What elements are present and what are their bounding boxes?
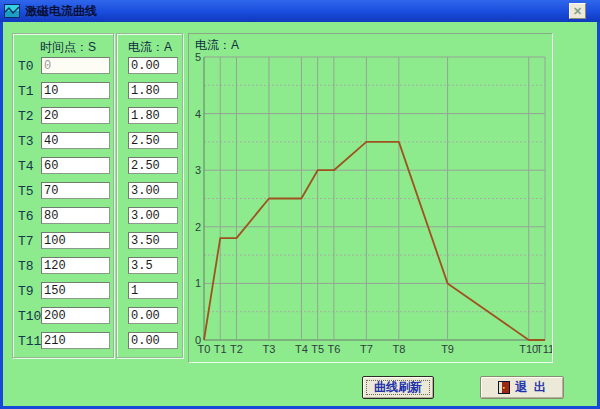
row-label-t0: T0 bbox=[18, 59, 34, 74]
window-title: 激磁电流曲线 bbox=[25, 3, 97, 20]
exit-label: 退 出 bbox=[515, 379, 546, 396]
time-input-t3[interactable] bbox=[41, 132, 110, 149]
time-input-t5[interactable] bbox=[41, 182, 110, 199]
client-area: 时间点：S T0 T1 T2 T3 T4 T5 bbox=[3, 22, 597, 406]
current-input-t11[interactable] bbox=[128, 332, 178, 349]
time-input-t10[interactable] bbox=[41, 307, 110, 324]
svg-text:T9: T9 bbox=[441, 343, 454, 355]
table-row bbox=[117, 282, 182, 299]
svg-text:3: 3 bbox=[195, 164, 201, 176]
table-row: T5 bbox=[13, 182, 113, 199]
table-row: T1 bbox=[13, 82, 113, 99]
current-input-t1[interactable] bbox=[128, 82, 178, 99]
svg-text:4: 4 bbox=[195, 108, 201, 120]
table-row: T2 bbox=[13, 107, 113, 124]
chart-panel: 电流：A 012345T0T1T2T3T4T5T6T7T8T9T10T11 bbox=[188, 33, 553, 363]
time-input-t7[interactable] bbox=[41, 232, 110, 249]
table-row: T11 bbox=[13, 332, 113, 349]
row-label-t6: T6 bbox=[18, 209, 34, 224]
svg-text:2: 2 bbox=[195, 221, 201, 233]
svg-text:T4: T4 bbox=[295, 343, 308, 355]
time-input-t6[interactable] bbox=[41, 207, 110, 224]
table-row bbox=[117, 232, 182, 249]
current-input-t10[interactable] bbox=[128, 307, 178, 324]
current-input-t9[interactable] bbox=[128, 282, 178, 299]
table-row: T7 bbox=[13, 232, 113, 249]
title-bar: 激磁电流曲线 ✕ bbox=[0, 0, 600, 22]
current-input-t0[interactable] bbox=[128, 57, 178, 74]
svg-text:T11: T11 bbox=[536, 343, 552, 355]
refresh-curve-label: 曲线刷新 bbox=[374, 379, 422, 396]
current-input-t5[interactable] bbox=[128, 182, 178, 199]
table-row bbox=[117, 107, 182, 124]
current-input-t6[interactable] bbox=[128, 207, 178, 224]
table-row bbox=[117, 182, 182, 199]
current-input-t7[interactable] bbox=[128, 232, 178, 249]
svg-text:5: 5 bbox=[195, 51, 201, 63]
table-row: T8 bbox=[13, 257, 113, 274]
row-label-t7: T7 bbox=[18, 234, 34, 249]
current-panel-header: 电流：A bbox=[128, 39, 172, 56]
row-label-t5: T5 bbox=[18, 184, 34, 199]
table-row: T4 bbox=[13, 157, 113, 174]
row-label-t8: T8 bbox=[18, 259, 34, 274]
exit-door-icon bbox=[498, 381, 510, 394]
svg-text:T6: T6 bbox=[327, 343, 340, 355]
time-input-t0 bbox=[41, 57, 110, 74]
current-curve-chart: 012345T0T1T2T3T4T5T6T7T8T9T10T11 bbox=[189, 34, 552, 362]
app-window: 激磁电流曲线 ✕ 时间点：S T0 T1 T2 T3 T4 bbox=[0, 0, 600, 409]
time-input-t1[interactable] bbox=[41, 82, 110, 99]
svg-text:T1: T1 bbox=[214, 343, 227, 355]
svg-text:T5: T5 bbox=[311, 343, 324, 355]
app-icon bbox=[4, 3, 20, 19]
table-row bbox=[117, 157, 182, 174]
refresh-curve-button[interactable]: 曲线刷新 bbox=[362, 376, 434, 399]
current-input-t8[interactable] bbox=[128, 257, 178, 274]
svg-text:1: 1 bbox=[195, 277, 201, 289]
table-row: T9 bbox=[13, 282, 113, 299]
exit-button[interactable]: 退 出 bbox=[480, 376, 564, 399]
row-label-t1: T1 bbox=[18, 84, 34, 99]
time-input-t9[interactable] bbox=[41, 282, 110, 299]
time-input-t4[interactable] bbox=[41, 157, 110, 174]
close-button[interactable]: ✕ bbox=[569, 3, 586, 19]
table-row bbox=[117, 57, 182, 74]
time-input-t8[interactable] bbox=[41, 257, 110, 274]
close-icon: ✕ bbox=[573, 5, 582, 17]
svg-text:T3: T3 bbox=[263, 343, 276, 355]
table-row bbox=[117, 307, 182, 324]
svg-text:T7: T7 bbox=[360, 343, 373, 355]
time-panel: 时间点：S T0 T1 T2 T3 T4 T5 bbox=[12, 33, 114, 358]
current-panel: 电流：A bbox=[116, 33, 183, 358]
svg-text:T2: T2 bbox=[230, 343, 243, 355]
time-input-t11[interactable] bbox=[41, 332, 110, 349]
row-label-t10: T10 bbox=[18, 309, 41, 324]
current-input-t4[interactable] bbox=[128, 157, 178, 174]
svg-text:T8: T8 bbox=[392, 343, 405, 355]
table-row bbox=[117, 332, 182, 349]
table-row bbox=[117, 257, 182, 274]
table-row: T6 bbox=[13, 207, 113, 224]
time-input-t2[interactable] bbox=[41, 107, 110, 124]
row-label-t4: T4 bbox=[18, 159, 34, 174]
row-label-t11: T11 bbox=[18, 334, 41, 349]
table-row bbox=[117, 207, 182, 224]
table-row bbox=[117, 82, 182, 99]
table-row: T3 bbox=[13, 132, 113, 149]
table-row: T10 bbox=[13, 307, 113, 324]
current-input-t2[interactable] bbox=[128, 107, 178, 124]
table-row: T0 bbox=[13, 57, 113, 74]
current-input-t3[interactable] bbox=[128, 132, 178, 149]
row-label-t2: T2 bbox=[18, 109, 34, 124]
table-row bbox=[117, 132, 182, 149]
time-panel-header: 时间点：S bbox=[40, 39, 96, 56]
svg-text:T0: T0 bbox=[198, 343, 211, 355]
row-label-t3: T3 bbox=[18, 134, 34, 149]
row-label-t9: T9 bbox=[18, 284, 34, 299]
